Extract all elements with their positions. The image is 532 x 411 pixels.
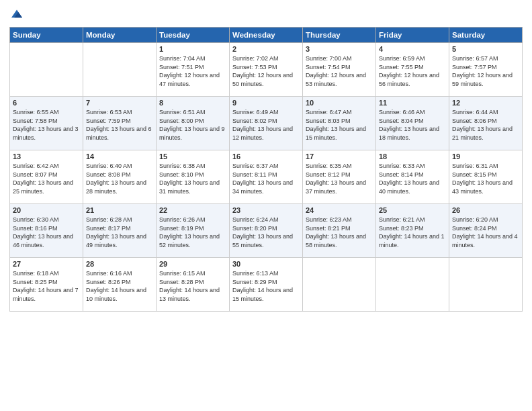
- day-info: Sunrise: 6:47 AM Sunset: 8:03 PM Dayligh…: [306, 108, 373, 142]
- header-cell-thursday: Thursday: [303, 28, 376, 43]
- day-cell: [83, 43, 157, 97]
- day-info: Sunrise: 6:24 AM Sunset: 8:20 PM Dayligh…: [232, 216, 300, 249]
- day-number: 14: [86, 152, 153, 161]
- day-info: Sunrise: 7:00 AM Sunset: 7:54 PM Dayligh…: [306, 54, 373, 88]
- day-info: Sunrise: 6:46 AM Sunset: 8:04 PM Dayligh…: [379, 108, 446, 142]
- page: SundayMondayTuesdayWednesdayThursdayFrid…: [0, 0, 532, 411]
- day-cell: 22Sunrise: 6:26 AM Sunset: 8:19 PM Dayli…: [157, 204, 230, 258]
- day-info: Sunrise: 6:49 AM Sunset: 8:02 PM Dayligh…: [232, 108, 300, 142]
- day-number: 22: [159, 206, 226, 214]
- day-number: 17: [306, 152, 373, 161]
- day-cell: 1Sunrise: 7:04 AM Sunset: 7:51 PM Daylig…: [157, 43, 230, 97]
- day-cell: 24Sunrise: 6:23 AM Sunset: 8:21 PM Dayli…: [303, 204, 376, 258]
- day-info: Sunrise: 6:35 AM Sunset: 8:12 PM Dayligh…: [306, 162, 373, 195]
- day-cell: 11Sunrise: 6:46 AM Sunset: 8:04 PM Dayli…: [376, 97, 449, 150]
- day-info: Sunrise: 6:23 AM Sunset: 8:21 PM Dayligh…: [306, 216, 373, 249]
- week-row-4: 27Sunrise: 6:18 AM Sunset: 8:25 PM Dayli…: [10, 258, 523, 312]
- day-number: 6: [13, 99, 80, 107]
- day-number: 30: [232, 260, 300, 268]
- day-info: Sunrise: 6:33 AM Sunset: 8:14 PM Dayligh…: [379, 162, 446, 195]
- day-cell: 14Sunrise: 6:40 AM Sunset: 8:08 PM Dayli…: [83, 150, 157, 204]
- day-cell: 19Sunrise: 6:31 AM Sunset: 8:15 PM Dayli…: [449, 150, 523, 204]
- day-cell: 8Sunrise: 6:51 AM Sunset: 8:00 PM Daylig…: [157, 97, 230, 150]
- header-cell-monday: Monday: [83, 28, 157, 43]
- day-cell: 13Sunrise: 6:42 AM Sunset: 8:07 PM Dayli…: [10, 150, 83, 204]
- day-number: 21: [86, 206, 153, 214]
- week-row-3: 20Sunrise: 6:30 AM Sunset: 8:16 PM Dayli…: [10, 204, 523, 258]
- day-info: Sunrise: 6:26 AM Sunset: 8:19 PM Dayligh…: [159, 216, 226, 249]
- day-cell: 16Sunrise: 6:37 AM Sunset: 8:11 PM Dayli…: [230, 150, 303, 204]
- day-cell: 10Sunrise: 6:47 AM Sunset: 8:03 PM Dayli…: [303, 97, 376, 150]
- day-number: 12: [452, 99, 519, 107]
- day-cell: 6Sunrise: 6:55 AM Sunset: 7:58 PM Daylig…: [10, 97, 83, 150]
- day-number: 5: [452, 45, 519, 53]
- day-cell: 2Sunrise: 7:02 AM Sunset: 7:53 PM Daylig…: [230, 43, 303, 97]
- day-number: 1: [159, 45, 226, 53]
- day-number: 24: [306, 206, 373, 214]
- logo-icon: [9, 7, 24, 21]
- day-number: 3: [306, 45, 373, 53]
- day-cell: 4Sunrise: 6:59 AM Sunset: 7:55 PM Daylig…: [376, 43, 449, 97]
- day-info: Sunrise: 6:55 AM Sunset: 7:58 PM Dayligh…: [13, 108, 80, 142]
- day-info: Sunrise: 6:30 AM Sunset: 8:16 PM Dayligh…: [13, 216, 80, 249]
- header-cell-friday: Friday: [376, 28, 449, 43]
- day-number: 25: [379, 206, 446, 214]
- day-info: Sunrise: 6:51 AM Sunset: 8:00 PM Dayligh…: [159, 108, 226, 142]
- day-cell: 18Sunrise: 6:33 AM Sunset: 8:14 PM Dayli…: [376, 150, 449, 204]
- day-number: 13: [13, 152, 80, 161]
- day-info: Sunrise: 6:44 AM Sunset: 8:06 PM Dayligh…: [452, 108, 519, 142]
- day-cell: 17Sunrise: 6:35 AM Sunset: 8:12 PM Dayli…: [303, 150, 376, 204]
- day-cell: 25Sunrise: 6:21 AM Sunset: 8:23 PM Dayli…: [376, 204, 449, 258]
- header-cell-wednesday: Wednesday: [230, 28, 303, 43]
- day-info: Sunrise: 6:38 AM Sunset: 8:10 PM Dayligh…: [159, 162, 226, 195]
- day-info: Sunrise: 6:42 AM Sunset: 8:07 PM Dayligh…: [13, 162, 80, 195]
- day-info: Sunrise: 6:20 AM Sunset: 8:24 PM Dayligh…: [452, 216, 519, 249]
- day-number: 26: [452, 206, 519, 214]
- day-number: 7: [86, 99, 153, 107]
- day-number: 18: [379, 152, 446, 161]
- day-info: Sunrise: 7:02 AM Sunset: 7:53 PM Dayligh…: [232, 54, 300, 88]
- header-cell-sunday: Sunday: [10, 28, 83, 43]
- day-cell: 28Sunrise: 6:16 AM Sunset: 8:26 PM Dayli…: [83, 258, 157, 312]
- day-cell: 7Sunrise: 6:53 AM Sunset: 7:59 PM Daylig…: [83, 97, 157, 150]
- day-number: 19: [452, 152, 519, 161]
- day-info: Sunrise: 6:18 AM Sunset: 8:25 PM Dayligh…: [13, 269, 80, 303]
- header-row: SundayMondayTuesdayWednesdayThursdayFrid…: [10, 28, 523, 43]
- day-cell: 5Sunrise: 6:57 AM Sunset: 7:57 PM Daylig…: [449, 43, 523, 97]
- day-info: Sunrise: 6:16 AM Sunset: 8:26 PM Dayligh…: [86, 269, 153, 303]
- week-row-0: 1Sunrise: 7:04 AM Sunset: 7:51 PM Daylig…: [10, 43, 523, 97]
- week-row-2: 13Sunrise: 6:42 AM Sunset: 8:07 PM Dayli…: [10, 150, 523, 204]
- day-cell: 9Sunrise: 6:49 AM Sunset: 8:02 PM Daylig…: [230, 97, 303, 150]
- day-number: 27: [13, 260, 80, 268]
- header-cell-saturday: Saturday: [449, 28, 523, 43]
- day-cell: 29Sunrise: 6:15 AM Sunset: 8:28 PM Dayli…: [157, 258, 230, 312]
- logo: [9, 7, 26, 21]
- day-info: Sunrise: 6:37 AM Sunset: 8:11 PM Dayligh…: [232, 162, 300, 195]
- day-cell: 27Sunrise: 6:18 AM Sunset: 8:25 PM Dayli…: [10, 258, 83, 312]
- day-cell: 30Sunrise: 6:13 AM Sunset: 8:29 PM Dayli…: [230, 258, 303, 312]
- day-number: 9: [232, 99, 300, 107]
- day-number: 20: [13, 206, 80, 214]
- day-number: 4: [379, 45, 446, 53]
- day-info: Sunrise: 6:21 AM Sunset: 8:23 PM Dayligh…: [379, 216, 446, 249]
- day-cell: 21Sunrise: 6:28 AM Sunset: 8:17 PM Dayli…: [83, 204, 157, 258]
- day-cell: 26Sunrise: 6:20 AM Sunset: 8:24 PM Dayli…: [449, 204, 523, 258]
- day-info: Sunrise: 6:40 AM Sunset: 8:08 PM Dayligh…: [86, 162, 153, 195]
- calendar-table: SundayMondayTuesdayWednesdayThursdayFrid…: [9, 27, 523, 312]
- day-cell: 20Sunrise: 6:30 AM Sunset: 8:16 PM Dayli…: [10, 204, 83, 258]
- day-cell: [449, 258, 523, 312]
- day-info: Sunrise: 6:15 AM Sunset: 8:28 PM Dayligh…: [159, 269, 226, 303]
- day-cell: 12Sunrise: 6:44 AM Sunset: 8:06 PM Dayli…: [449, 97, 523, 150]
- day-number: 2: [232, 45, 300, 53]
- day-number: 15: [159, 152, 226, 161]
- day-info: Sunrise: 6:28 AM Sunset: 8:17 PM Dayligh…: [86, 216, 153, 249]
- day-number: 16: [232, 152, 300, 161]
- day-number: 29: [159, 260, 226, 268]
- day-cell: 3Sunrise: 7:00 AM Sunset: 7:54 PM Daylig…: [303, 43, 376, 97]
- day-info: Sunrise: 6:53 AM Sunset: 7:59 PM Dayligh…: [86, 108, 153, 142]
- day-cell: [376, 258, 449, 312]
- day-number: 8: [159, 99, 226, 107]
- day-number: 23: [232, 206, 300, 214]
- day-info: Sunrise: 6:59 AM Sunset: 7:55 PM Dayligh…: [379, 54, 446, 88]
- day-cell: [10, 43, 83, 97]
